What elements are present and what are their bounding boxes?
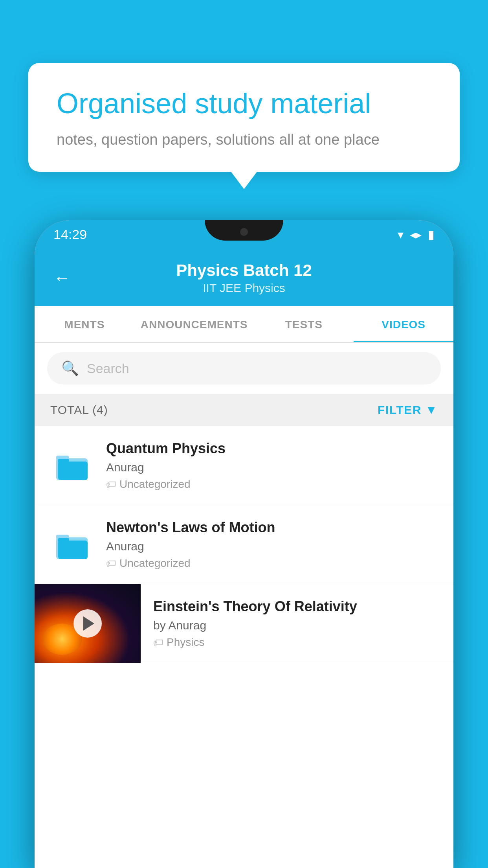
bubble-title: Organised study material: [57, 86, 431, 120]
svg-rect-6: [58, 541, 88, 559]
folder-icon: [50, 444, 94, 487]
video-info: Newton's Laws of Motion Anurag 🏷 Uncateg…: [106, 519, 438, 570]
video-author: Anurag: [106, 461, 438, 474]
tag-icon: 🏷: [106, 478, 116, 491]
speech-bubble: Organised study material notes, question…: [28, 63, 460, 172]
status-bar: 14:29 ▾ ◂▸ ▮: [35, 220, 453, 248]
video-title: Einstein's Theory Of Relativity: [153, 598, 438, 615]
video-author: Anurag: [106, 540, 438, 553]
tab-ments[interactable]: MENTS: [35, 306, 134, 342]
video-title: Quantum Physics: [106, 440, 438, 457]
video-tag: 🏷 Physics: [153, 636, 438, 649]
video-tag: 🏷 Uncategorized: [106, 557, 438, 570]
header-center: Physics Batch 12 IIT JEE Physics: [83, 261, 405, 295]
video-author: by Anurag: [153, 619, 438, 632]
search-placeholder[interactable]: Search: [87, 361, 129, 376]
video-info: Quantum Physics Anurag 🏷 Uncategorized: [106, 440, 438, 491]
bubble-subtitle: notes, question papers, solutions all at…: [57, 131, 431, 148]
signal-icon: ◂▸: [410, 228, 422, 241]
search-container: 🔍 Search: [35, 343, 453, 394]
tab-tests[interactable]: TESTS: [254, 306, 354, 342]
total-count-label: TOTAL (4): [50, 403, 108, 417]
tag-icon: 🏷: [106, 557, 116, 570]
tabs-bar: MENTS ANNOUNCEMENTS TESTS VIDEOS: [35, 306, 453, 343]
svg-rect-7: [58, 538, 69, 542]
filter-icon: ▼: [426, 403, 438, 417]
list-item[interactable]: Einstein's Theory Of Relativity by Anura…: [35, 584, 453, 663]
notch: [205, 220, 283, 241]
tag-icon: 🏷: [153, 636, 163, 649]
search-bar[interactable]: 🔍 Search: [47, 352, 441, 384]
play-icon: [83, 616, 94, 631]
app-header: ← Physics Batch 12 IIT JEE Physics: [35, 248, 453, 306]
status-time: 14:29: [53, 227, 87, 242]
filter-button[interactable]: FILTER ▼: [378, 403, 438, 417]
camera-dot: [240, 228, 248, 236]
filter-bar: TOTAL (4) FILTER ▼: [35, 394, 453, 426]
status-icons: ▾ ◂▸ ▮: [398, 228, 435, 241]
folder-icon: [50, 523, 94, 566]
tab-announcements[interactable]: ANNOUNCEMENTS: [134, 306, 254, 342]
video-list: Quantum Physics Anurag 🏷 Uncategorized: [35, 426, 453, 868]
list-item[interactable]: Quantum Physics Anurag 🏷 Uncategorized: [35, 426, 453, 505]
svg-rect-3: [58, 459, 69, 463]
video-thumbnail: [35, 584, 141, 663]
battery-icon: ▮: [428, 228, 435, 241]
header-title: Physics Batch 12: [83, 261, 405, 280]
video-info: Einstein's Theory Of Relativity by Anura…: [141, 584, 438, 663]
list-item[interactable]: Newton's Laws of Motion Anurag 🏷 Uncateg…: [35, 505, 453, 584]
play-button[interactable]: [73, 609, 102, 638]
back-button[interactable]: ←: [53, 268, 71, 288]
video-tag: 🏷 Uncategorized: [106, 478, 438, 491]
video-title: Newton's Laws of Motion: [106, 519, 438, 536]
search-icon: 🔍: [61, 360, 79, 377]
header-subtitle: IIT JEE Physics: [83, 281, 405, 295]
svg-rect-2: [58, 462, 88, 480]
phone-screen: 14:29 ▾ ◂▸ ▮ ← Physics Batch 12 IIT JEE …: [35, 220, 453, 868]
tab-videos[interactable]: VIDEOS: [354, 306, 453, 342]
wifi-icon: ▾: [398, 228, 404, 241]
phone-frame: 14:29 ▾ ◂▸ ▮ ← Physics Batch 12 IIT JEE …: [35, 220, 453, 868]
phone-inner: 14:29 ▾ ◂▸ ▮ ← Physics Batch 12 IIT JEE …: [35, 220, 453, 868]
